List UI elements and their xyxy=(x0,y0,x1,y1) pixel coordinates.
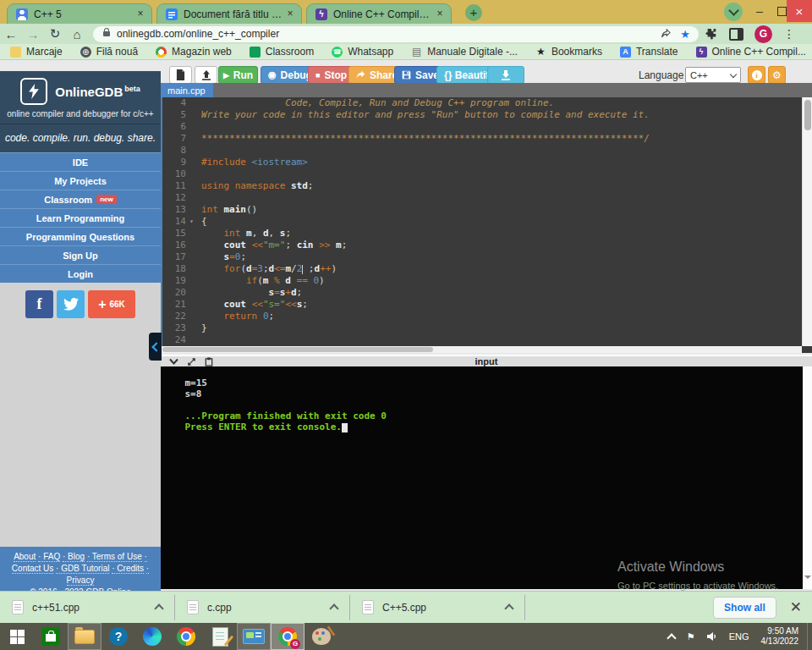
code-line[interactable]: 11 using namespace std; xyxy=(161,180,812,192)
home-button[interactable]: ⌂ xyxy=(66,27,88,41)
reload-button[interactable]: ↻ xyxy=(44,26,66,41)
footer-link[interactable]: Blog xyxy=(63,552,85,562)
fold-marker-icon[interactable] xyxy=(189,168,196,180)
console-output[interactable]: m=15 s=8 ...Program finished with exit c… xyxy=(161,366,812,589)
show-desktop-button[interactable] xyxy=(807,623,812,650)
code-line[interactable]: 18 for(d=3;d<=m/2 ;d++) xyxy=(161,263,812,275)
chevron-up-icon[interactable] xyxy=(504,603,513,613)
share-page-icon[interactable] xyxy=(661,29,672,39)
sidebar-menu-item[interactable]: Programming Questions xyxy=(0,227,161,245)
open-file-button[interactable] xyxy=(195,66,217,84)
console-scrollbar[interactable] xyxy=(803,366,812,589)
browser-tab[interactable]: ϟ Online C++ Compiler - online ed × xyxy=(306,3,452,24)
language-select[interactable]: C++ xyxy=(685,67,741,83)
input-language[interactable]: ENG xyxy=(729,631,749,642)
code-line[interactable]: 13 int main() xyxy=(161,204,812,216)
fold-marker-icon[interactable] xyxy=(189,322,196,334)
fold-marker-icon[interactable] xyxy=(189,334,196,346)
bookmark-item[interactable]: Marcaje xyxy=(10,46,63,58)
sidebar-menu-item[interactable]: Login xyxy=(0,264,161,283)
tab-search-button[interactable] xyxy=(724,3,743,21)
taskbar-paint[interactable] xyxy=(304,623,338,650)
forward-button[interactable]: → xyxy=(22,27,44,41)
back-button[interactable]: ← xyxy=(0,27,22,41)
fold-marker-icon[interactable] xyxy=(189,251,196,263)
downloaded-file-chip[interactable]: c.cpp xyxy=(175,595,350,620)
editor-vertical-scrollbar[interactable] xyxy=(802,97,812,346)
minimize-button[interactable]: – xyxy=(748,0,771,22)
fold-marker-icon[interactable] xyxy=(189,157,196,168)
twitter-button[interactable] xyxy=(57,290,85,318)
settings-button[interactable]: ⚙ xyxy=(768,66,786,84)
tab-close-icon[interactable]: × xyxy=(434,8,446,20)
fold-marker-icon[interactable] xyxy=(189,228,196,240)
code-line[interactable]: 20 s=s+d; xyxy=(161,287,812,299)
scrollbar-thumb[interactable] xyxy=(804,100,811,130)
sidebar-menu-item[interactable]: Learn Programming xyxy=(0,208,161,227)
taskbar-chrome[interactable] xyxy=(169,623,203,650)
footer-link[interactable]: Credits xyxy=(112,564,144,574)
code-line[interactable]: 7 **************************************… xyxy=(161,133,812,145)
code-line[interactable]: 17 s=0; xyxy=(161,251,812,263)
tray-expand-chevron[interactable] xyxy=(668,631,675,642)
address-bar[interactable]: onlinegdb.com/online_c++_compiler ★ xyxy=(93,26,699,42)
code-line[interactable]: 14 ▾ { xyxy=(161,216,812,228)
scrollbar-thumb[interactable] xyxy=(162,347,433,352)
volume-icon[interactable] xyxy=(707,631,717,642)
bookmark-item[interactable]: ☎ Whatsapp xyxy=(332,46,393,58)
fold-marker-icon[interactable] xyxy=(189,263,196,275)
download-button[interactable] xyxy=(487,66,524,84)
bookmark-star-icon[interactable]: ★ xyxy=(680,28,690,41)
bookmark-item[interactable]: ★ Bookmarks xyxy=(535,46,602,58)
stop-button[interactable]: ■Stop xyxy=(308,66,354,84)
run-button[interactable]: ▶Run xyxy=(218,66,258,84)
chevron-up-icon[interactable] xyxy=(154,603,163,613)
sidebar-menu-item[interactable]: Sign Up xyxy=(0,245,161,264)
footer-link[interactable]: FAQ xyxy=(38,552,60,562)
taskbar-edge[interactable] xyxy=(135,623,169,650)
taskbar-display-settings[interactable] xyxy=(237,623,271,650)
code-line[interactable]: 5 Write your code in this editor and pre… xyxy=(161,109,812,121)
code-line[interactable]: 21 cout <<"s="<<s; xyxy=(161,299,812,311)
bookmark-item[interactable]: Magazin web xyxy=(156,46,232,58)
code-line[interactable]: 24 xyxy=(161,334,812,346)
extensions-puzzle-icon[interactable] xyxy=(705,28,717,40)
editor-horizontal-scrollbar[interactable] xyxy=(161,346,802,353)
footer-link[interactable]: Terms of Use xyxy=(87,552,142,562)
taskbar-store[interactable] xyxy=(34,623,68,650)
code-line[interactable]: 16 cout <<"m="; cin >> m; xyxy=(161,240,812,251)
fold-marker-icon[interactable] xyxy=(189,192,196,204)
fold-marker-icon[interactable] xyxy=(189,275,196,287)
info-button[interactable]: i xyxy=(748,66,765,84)
bookmark-item[interactable]: ▤ Manuale Digitale -... xyxy=(411,46,518,58)
code-line[interactable]: 22 return 0; xyxy=(161,311,812,322)
taskbar-file-explorer[interactable] xyxy=(68,623,102,650)
code-line[interactable]: 23 } xyxy=(161,322,812,334)
scroll-down-arrow-icon[interactable] xyxy=(804,576,811,582)
fold-marker-icon[interactable] xyxy=(189,180,196,192)
sidebar-collapse-toggle[interactable] xyxy=(149,333,162,361)
start-button[interactable] xyxy=(0,623,34,650)
tab-close-icon[interactable]: × xyxy=(284,8,296,20)
fold-marker-icon[interactable] xyxy=(189,133,196,145)
tab-close-icon[interactable]: × xyxy=(134,8,146,20)
close-downloads-icon[interactable]: ✕ xyxy=(790,598,802,616)
fold-marker-icon[interactable] xyxy=(189,204,196,216)
browser-tab[interactable]: C++ 5 × xyxy=(7,3,152,24)
chevron-up-icon[interactable] xyxy=(329,603,338,613)
taskbar-help[interactable]: ? xyxy=(102,623,135,650)
code-line[interactable]: 8 xyxy=(161,145,812,157)
browser-tab[interactable]: Document fără titlu - Documente × xyxy=(156,3,302,24)
bookmark-item[interactable]: Classroom xyxy=(250,46,314,58)
new-tab-button[interactable]: + xyxy=(465,4,482,21)
code-line[interactable]: 15 int m, d, s; xyxy=(161,228,812,240)
url-text[interactable]: onlinegdb.com/online_c++_compiler xyxy=(117,28,652,40)
fold-marker-icon[interactable] xyxy=(189,109,196,121)
sidebar-menu-item[interactable]: My Projects xyxy=(0,171,161,190)
show-all-button[interactable]: Show all xyxy=(713,597,776,619)
close-window-button[interactable]: × xyxy=(787,0,812,22)
fold-marker-icon[interactable] xyxy=(189,240,196,251)
code-editor[interactable]: 4 Code, Compile, Run and Debug C++ progr… xyxy=(161,97,812,353)
code-line[interactable]: 6 xyxy=(161,121,812,133)
code-line[interactable]: 10 xyxy=(161,168,812,180)
